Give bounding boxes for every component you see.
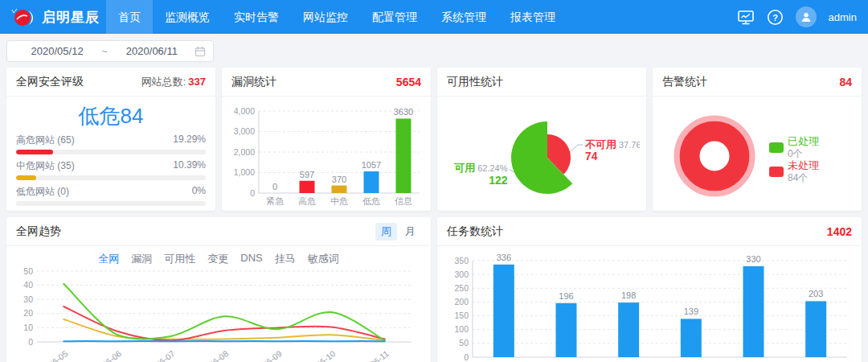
svg-text:350: 350 — [454, 256, 469, 265]
panel-title: 告警统计 — [662, 75, 707, 89]
svg-text:低危: 低危 — [362, 196, 380, 206]
svg-text:196: 196 — [559, 291, 573, 301]
svg-text:10: 10 — [23, 323, 33, 332]
site-total-value: 337 — [188, 76, 206, 88]
brand-name: 启明星辰 — [42, 8, 100, 27]
svg-text:1057: 1057 — [362, 160, 381, 170]
panel-title: 全网安全评级 — [16, 75, 84, 89]
panel-task-stats: 任务数统计 1402 05010015020025030035033619619… — [437, 217, 862, 362]
rating-progress-bar — [16, 201, 206, 206]
svg-text:06-09: 06-09 — [260, 348, 284, 362]
trend-period-toggles: 周月 — [373, 223, 421, 241]
svg-text:可用62.24%: 可用62.24% — [453, 162, 508, 174]
rating-row-percent: 10.39% — [173, 159, 206, 173]
monitor-icon[interactable] — [737, 10, 755, 25]
svg-text:250: 250 — [454, 283, 469, 293]
svg-text:高危: 高危 — [298, 196, 316, 206]
panel-availability-stats: 可用性统计 不可用37.76%74可用62.24%122 — [437, 68, 646, 211]
nav-item-2[interactable]: 实时告警 — [222, 0, 291, 34]
svg-text:3630: 3630 — [394, 107, 413, 117]
trend-legend-item-3[interactable]: 变更 — [207, 252, 228, 266]
trend-legend-item-4[interactable]: DNS — [240, 252, 262, 266]
nav-item-4[interactable]: 配置管理 — [360, 0, 429, 34]
svg-text:3,000: 3,000 — [234, 126, 255, 136]
panel-alert-stats: 告警统计 84 已处理0个未处理84个 — [653, 68, 862, 211]
panel-title: 任务数统计 — [447, 224, 503, 239]
rating-row-label: 中危网站 (35) — [16, 159, 75, 173]
svg-text:0: 0 — [464, 352, 469, 362]
brand-logo[interactable]: 启明星辰 — [6, 6, 104, 28]
svg-text:200: 200 — [454, 297, 469, 306]
trend-legend-item-5[interactable]: 挂马 — [275, 252, 296, 266]
rating-row: 低危网站 (0)0% — [16, 185, 206, 206]
trend-legend-item-6[interactable]: 敏感词 — [308, 252, 339, 266]
nav-item-5[interactable]: 系统管理 — [429, 0, 498, 34]
nav-item-6[interactable]: 报表管理 — [498, 0, 567, 34]
svg-text:?: ? — [772, 12, 778, 22]
rating-row-percent: 19.29% — [173, 134, 206, 147]
panel-title: 可用性统计 — [447, 75, 503, 89]
panel-title: 漏洞统计 — [231, 75, 276, 89]
svg-text:203: 203 — [809, 289, 823, 298]
svg-text:06-11: 06-11 — [368, 348, 391, 362]
date-separator: ~ — [100, 45, 109, 57]
nav-item-3[interactable]: 网站监控 — [291, 0, 360, 34]
svg-text:50: 50 — [459, 338, 469, 348]
svg-text:06-08: 06-08 — [207, 348, 231, 362]
nav-item-1[interactable]: 监测概览 — [153, 0, 222, 34]
date-range-picker[interactable]: 2020/05/12 ~ 2020/06/11 — [6, 40, 214, 62]
svg-text:84个: 84个 — [788, 172, 808, 183]
rating-rows: 高危网站 (65)19.29% 中危网站 (35)10.39% 低危网站 (0)… — [16, 134, 206, 211]
main-nav: 首页监测概览实时告警网站监控配置管理系统管理报表管理 — [106, 0, 567, 34]
svg-text:139: 139 — [684, 306, 698, 316]
svg-text:300: 300 — [454, 269, 469, 279]
availability-pie-chart: 不可用37.76%74可用62.24%122 — [437, 97, 646, 211]
user-avatar[interactable] — [796, 6, 817, 27]
trend-legend-item-1[interactable]: 漏洞 — [131, 252, 152, 266]
rating-progress-bar — [16, 150, 206, 154]
svg-text:122: 122 — [489, 174, 508, 187]
panel-network-trend: 全网趋势 周月 全网漏洞可用性变更DNS挂马敏感词 0102030405006-… — [6, 217, 431, 362]
trend-toggle-0[interactable]: 周 — [375, 223, 397, 241]
vulnerability-bar-chart: 01,0002,0003,0004,0000紧急597高危370中危1057低危… — [222, 97, 431, 211]
panel-title: 全网趋势 — [16, 224, 61, 239]
date-end[interactable]: 2020/06/11 — [109, 45, 194, 57]
svg-text:336: 336 — [497, 253, 511, 262]
nav-item-0[interactable]: 首页 — [106, 0, 153, 34]
alert-donut-chart: 已处理0个未处理84个 — [653, 97, 862, 211]
task-bar-chart: 050100150200250300350336196198139330203 — [437, 246, 862, 362]
svg-text:370: 370 — [332, 175, 346, 184]
rating-row-percent: 0% — [192, 185, 206, 199]
svg-text:1,000: 1,000 — [234, 167, 255, 177]
svg-text:2,000: 2,000 — [234, 147, 255, 157]
username[interactable]: admin — [829, 11, 857, 23]
rating-row: 中危网站 (35)10.39% — [16, 159, 206, 180]
help-icon[interactable]: ? — [767, 9, 784, 26]
rating-headline: 低危84 — [16, 102, 206, 130]
trend-legend-item-0[interactable]: 全网 — [98, 252, 119, 266]
svg-text:50: 50 — [23, 266, 33, 276]
trend-legend-item-2[interactable]: 可用性 — [164, 252, 195, 266]
svg-text:06-05: 06-05 — [47, 348, 70, 362]
svg-text:06-07: 06-07 — [154, 348, 177, 362]
svg-text:0: 0 — [272, 182, 277, 191]
panel-vulnerability-stats: 漏洞统计 5654 01,0002,0003,0004,0000紧急597高危3… — [222, 68, 431, 211]
rating-row-label: 低危网站 (0) — [16, 185, 69, 199]
svg-text:06-06: 06-06 — [100, 348, 124, 362]
svg-text:中危: 中危 — [330, 196, 348, 206]
site-total: 网站总数:337 — [141, 75, 206, 89]
trend-toggle-1[interactable]: 月 — [399, 223, 421, 241]
svg-text:紧急: 紧急 — [266, 196, 285, 206]
date-start[interactable]: 2020/05/12 — [14, 45, 100, 57]
svg-text:未处理: 未处理 — [788, 159, 819, 171]
svg-text:330: 330 — [746, 254, 760, 264]
svg-text:4,000: 4,000 — [234, 106, 255, 116]
dashboard-grid: 全网安全评级 网站总数:337 低危84 高危网站 (65)19.29% 中危网… — [0, 68, 868, 362]
calendar-icon — [194, 46, 206, 57]
svg-text:20: 20 — [23, 308, 33, 318]
svg-text:100: 100 — [454, 324, 469, 334]
svg-text:30: 30 — [23, 294, 33, 304]
rating-progress-bar — [16, 175, 206, 180]
svg-text:已处理: 已处理 — [788, 135, 819, 147]
venus-logo-icon — [11, 6, 37, 28]
